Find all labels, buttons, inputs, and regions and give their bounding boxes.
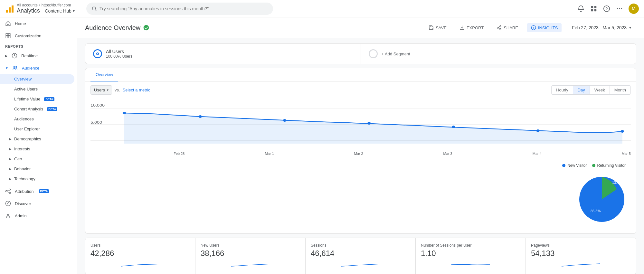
sidebar-item-admin[interactable]: Admin [0,210,74,222]
discover-icon [5,201,11,206]
main-layout: Home Customization REPORTS ▶ Realtime ▼ [0,17,644,274]
metric-dropdown-icon: ▾ [107,88,109,92]
x-label-mar2: Mar 2 [354,152,363,156]
segment-circle-gray [369,49,378,58]
returning-visitor-dot [592,164,595,167]
sidebar-sub-geo[interactable]: ▶ Geo [0,154,74,164]
svg-rect-14 [6,33,8,35]
more-icon[interactable] [616,5,623,13]
export-button[interactable]: EXPORT [456,23,488,32]
svg-rect-0 [6,10,8,13]
sidebar-item-customization[interactable]: Customization [0,30,74,42]
sidebar-item-realtime[interactable]: ▶ Realtime [0,50,74,62]
sidebar-item-home[interactable]: Home [0,17,74,30]
sparkline-sessions [311,260,410,268]
metric-card-users: Users 42,286 [85,238,195,274]
metric-card-sessions-per-user: Number of Sessions per User 1.10 [416,238,526,274]
content-header: Audience Overview SAVE [77,17,644,38]
sidebar-sub-audiences[interactable]: Audiences [0,114,74,124]
breadcrumb-accounts[interactable]: All accounts [17,3,38,7]
svg-point-46 [367,122,371,125]
users-metric-btn[interactable]: Users ▾ [90,85,112,95]
analytics-logo [5,4,14,13]
time-btn-day[interactable]: Day [573,86,590,94]
insights-button[interactable]: i INSIGHTS [527,23,562,32]
attribution-icon [5,188,11,194]
svg-rect-7 [591,9,593,11]
svg-rect-6 [594,6,596,8]
svg-point-49 [621,130,624,133]
segment-circle-blue [93,49,102,58]
sparkline-users [90,260,190,268]
verified-icon [143,24,149,31]
lifetime-value-beta-badge: BETA [44,97,54,101]
apps-icon[interactable] [590,5,598,13]
segment-all-users[interactable]: All Users 100.00% Users [85,44,361,64]
svg-point-27 [7,214,9,216]
save-button[interactable]: SAVE [425,23,450,32]
x-label-mar1: Mar 1 [265,152,274,156]
chart-container: Overview Users ▾ vs. Select a metric Hou… [85,68,636,234]
sidebar-item-audience[interactable]: ▼ Audience [0,62,74,74]
sidebar-item-discover[interactable]: Discover [0,197,74,210]
sparkline-pageviews [531,260,631,268]
sidebar-sub-active-users[interactable]: Active Users [0,84,74,94]
svg-text:10,000: 10,000 [90,103,105,108]
sidebar-sub-cohort-analysis[interactable]: Cohort Analysis BETA [0,104,74,114]
segment-add[interactable]: + Add Segment [361,44,636,64]
svg-rect-2 [12,5,14,13]
sidebar-sub-lifetime-value[interactable]: Lifetime Value BETA [0,94,74,104]
tab-overview[interactable]: Overview [90,68,118,81]
notification-icon[interactable] [577,5,585,13]
segment-bar: All Users 100.00% Users + Add Segment [85,43,636,64]
sidebar-sub-technology[interactable]: ▶ Technology [0,174,74,184]
chart-tabs: Overview [85,68,636,81]
svg-text:86.3%: 86.3% [591,209,601,213]
svg-point-23 [9,192,11,194]
help-icon[interactable]: ? [603,5,611,13]
metric-label-new-users: New Users [201,243,300,248]
chart-legend: New Visitor Returning Visitor [90,161,631,170]
share-button[interactable]: SHARE [493,23,522,32]
sparkline-new-users [201,260,300,268]
sidebar-sub-behavior[interactable]: ▶ Behavior [0,164,74,174]
date-range-caret: ▾ [629,25,631,30]
search-bar[interactable] [86,3,273,15]
metric-value-sessions: 46,614 [311,249,410,258]
realtime-icon [12,53,17,59]
sidebar-sub-demographics[interactable]: ▶ Demographics [0,134,74,144]
sidebar-sub-overview[interactable]: Overview [0,74,74,84]
svg-point-11 [617,8,618,9]
search-input[interactable] [99,6,268,11]
metrics-grid-row1: Users 42,286 New Users 38,166 Sessions 4… [85,238,636,274]
users-chart: 10,000 5,000 [90,99,631,150]
svg-line-4 [95,10,96,11]
date-range-picker[interactable]: Feb 27, 2023 - Mar 5, 2023 ▾ [567,23,636,33]
svg-line-35 [498,28,500,29]
sidebar-sub-interests[interactable]: ▶ Interests [0,144,74,154]
time-btn-week[interactable]: Week [590,86,610,94]
svg-point-12 [619,8,620,9]
sidebar-sub-user-explorer[interactable]: User Explorer [0,124,74,134]
svg-rect-30 [430,28,432,30]
breadcrumb-separator: › [39,3,40,7]
svg-rect-8 [594,9,596,11]
metric-card-sessions: Sessions 46,614 [306,238,416,274]
audience-icon [12,65,18,71]
time-btn-month[interactable]: Month [610,86,630,94]
avatar[interactable]: M [629,4,639,14]
svg-rect-29 [431,26,432,27]
content-hub-label[interactable]: Content: Hub [45,8,71,14]
sidebar-item-attribution[interactable]: Attribution BETA [0,185,74,197]
header-brand: All accounts › https://buffer.com Analyt… [5,3,75,14]
page-title: Audience Overview [85,24,149,32]
time-btn-hourly[interactable]: Hourly [552,86,573,94]
svg-point-21 [6,191,7,192]
svg-text:i: i [533,26,534,29]
svg-point-13 [621,8,622,9]
svg-rect-16 [6,36,8,38]
metric-label-sessions-per-user: Number of Sessions per User [421,243,520,248]
svg-text:5,000: 5,000 [90,120,102,125]
breadcrumb-url[interactable]: https://buffer.com [42,3,71,7]
svg-point-22 [9,189,11,191]
